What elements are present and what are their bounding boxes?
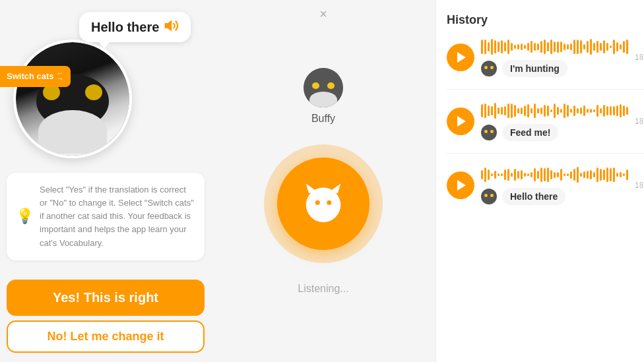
center-cat-eye-right <box>327 82 335 89</box>
bulb-icon: 💡 <box>16 208 34 225</box>
switch-arrows-icon: ←→ <box>57 71 64 81</box>
info-box: 💡 Select "Yes" if the translation is cor… <box>7 173 205 260</box>
right-panel: History I'm hunting 18 Nov <box>435 0 644 362</box>
waveform-1 <box>481 102 628 120</box>
history-bubble-2: Hello there <box>502 188 565 205</box>
cat-image <box>16 42 129 156</box>
mic-button-outer <box>264 144 383 263</box>
cat-avatar <box>13 40 132 158</box>
left-panel: Hello there Switch cats ←→ � <box>0 0 211 362</box>
switch-cats-button[interactable]: Switch cats ←→ <box>0 66 71 87</box>
history-bubble-1: Feed me! <box>502 124 558 141</box>
speech-bubble: Hello there <box>79 12 191 42</box>
center-cat-eye-left <box>312 82 319 89</box>
history-middle-0: I'm hunting <box>481 38 628 77</box>
center-cat-avatar <box>304 68 343 107</box>
play-triangle-1 <box>457 116 466 127</box>
history-date-2: 18 Nov <box>635 181 644 190</box>
history-item-0: I'm hunting 18 Nov <box>447 38 644 90</box>
mic-button[interactable] <box>277 158 370 250</box>
yes-label: Yes! This is right <box>53 290 158 305</box>
svg-point-4 <box>315 200 320 204</box>
yes-button[interactable]: Yes! This is right <box>7 280 205 316</box>
bubble-text: Hello there <box>91 20 159 35</box>
history-date-1: 18 Nov <box>635 117 644 126</box>
svg-marker-0 <box>166 22 171 30</box>
play-triangle-2 <box>457 180 466 191</box>
history-title: History <box>447 13 644 27</box>
history-avatar-1 <box>481 125 497 140</box>
play-button-1[interactable] <box>447 107 474 135</box>
history-avatar-0 <box>481 61 497 76</box>
waveform-2 <box>481 166 628 184</box>
history-label-row-2: Hello there <box>481 188 628 205</box>
center-panel: × Buffy <box>211 0 435 362</box>
history-label-row-1: Feed me! <box>481 124 628 141</box>
play-button-0[interactable] <box>447 44 474 71</box>
history-date-0: 18 Nov <box>635 53 644 62</box>
svg-point-5 <box>327 200 331 204</box>
svg-point-7 <box>317 214 319 217</box>
cat-name: Buffy <box>311 113 335 125</box>
history-label-row-0: I'm hunting <box>481 60 628 77</box>
history-avatar-2 <box>481 189 497 204</box>
close-button[interactable]: × <box>319 7 327 22</box>
center-cat-face <box>304 68 343 107</box>
play-triangle-0 <box>457 52 466 63</box>
listening-text: Listening... <box>298 283 348 295</box>
switch-cats-label: Switch cats <box>7 71 54 82</box>
info-text: Select "Yes" if the translation is corre… <box>40 183 194 250</box>
svg-point-8 <box>322 214 325 217</box>
waveform-0 <box>481 38 628 56</box>
history-item-2: Hello there 18 Nov <box>447 166 644 217</box>
play-button-2[interactable] <box>447 171 474 199</box>
history-middle-1: Feed me! <box>481 102 628 141</box>
no-button[interactable]: No! Let me change it <box>7 320 205 353</box>
svg-point-9 <box>327 214 330 217</box>
history-item-1: Feed me! 18 Nov <box>447 102 644 154</box>
history-bubble-0: I'm hunting <box>502 60 567 77</box>
history-middle-2: Hello there <box>481 166 628 205</box>
cat-mic-icon <box>300 181 346 227</box>
no-label: No! Let me change it <box>47 330 164 343</box>
speaker-icon[interactable] <box>164 18 179 36</box>
